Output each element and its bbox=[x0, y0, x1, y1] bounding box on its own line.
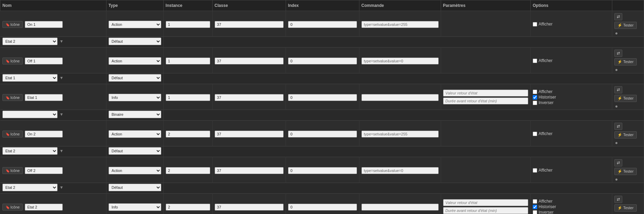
commande-input-row2[interactable] bbox=[361, 58, 439, 64]
sub-type-select-row5[interactable]: Défaut Binaire Numérique bbox=[109, 184, 161, 191]
index-input-row2[interactable] bbox=[288, 58, 357, 64]
inverser-check-row3[interactable] bbox=[533, 101, 537, 105]
commande-input-row1[interactable] bbox=[361, 21, 439, 28]
table-row-sub-row4: Etat 2 ▼ Défaut Binaire Numérique bbox=[0, 146, 644, 157]
nom-cell-row1: Icône bbox=[0, 11, 106, 37]
sub-name-select-row1[interactable]: Etat 2 bbox=[2, 38, 58, 45]
col-nom: Nom bbox=[0, 0, 106, 11]
share-button-row4[interactable]: ⇄ bbox=[614, 123, 622, 130]
name-input-row5[interactable] bbox=[25, 167, 63, 174]
inverser-label-row6: Inverser bbox=[539, 210, 553, 214]
commande-input-row4[interactable] bbox=[361, 131, 439, 137]
instance-input-row5[interactable] bbox=[166, 167, 210, 174]
tester-button-row5[interactable]: ⚡ Tester bbox=[614, 168, 637, 175]
index-input-row4[interactable] bbox=[288, 131, 357, 137]
sub-name-select-row3[interactable] bbox=[2, 111, 58, 118]
name-input-row4[interactable] bbox=[25, 131, 63, 137]
index-input-row3[interactable] bbox=[288, 94, 357, 101]
name-input-row3[interactable] bbox=[25, 94, 63, 101]
historiser-check-row3[interactable] bbox=[533, 95, 537, 100]
share-button-row6[interactable]: ⇄ bbox=[614, 196, 622, 203]
index-input-row1[interactable] bbox=[288, 21, 357, 28]
index-input-row5[interactable] bbox=[288, 167, 357, 174]
type-cell-row4: Action Info Défaut bbox=[106, 121, 163, 146]
more-button-row4[interactable]: ● bbox=[614, 140, 619, 145]
afficher-check-row4[interactable] bbox=[533, 132, 537, 136]
sub-name-select-row2[interactable]: Etat 1 bbox=[2, 74, 58, 82]
commande-input-row6[interactable] bbox=[361, 204, 439, 211]
name-input-row1[interactable] bbox=[25, 21, 63, 28]
tester-button-row1[interactable]: ⚡ Tester bbox=[614, 22, 637, 29]
param-input-row3-1[interactable] bbox=[443, 98, 528, 104]
instance-input-row4[interactable] bbox=[166, 131, 210, 137]
commande-cell-row2 bbox=[359, 48, 441, 73]
table-row-sub-row3: ▼ Défaut Binaire Numérique bbox=[0, 110, 644, 121]
param-input-row3-0[interactable] bbox=[443, 90, 528, 96]
tester-button-row2[interactable]: ⚡ Tester bbox=[614, 58, 637, 65]
commande-input-row5[interactable] bbox=[361, 167, 439, 174]
icone-button-row2[interactable]: Icône bbox=[2, 58, 23, 64]
nom-cell-row3: Icône bbox=[0, 84, 106, 110]
afficher-check-row5[interactable] bbox=[533, 168, 537, 173]
param-input-row6-1[interactable] bbox=[443, 207, 528, 214]
afficher-check-row1[interactable] bbox=[533, 22, 537, 27]
extra-cell-row5: ⇄ ⚡ Tester ● bbox=[612, 157, 644, 183]
share-button-row5[interactable]: ⇄ bbox=[614, 159, 622, 166]
icone-button-row4[interactable]: Icône bbox=[2, 131, 23, 137]
icone-button-row6[interactable]: Icône bbox=[2, 204, 23, 211]
instance-input-row6[interactable] bbox=[166, 204, 210, 211]
more-button-row5[interactable]: ● bbox=[614, 176, 619, 182]
instance-input-row3[interactable] bbox=[166, 94, 210, 101]
type-select-row4[interactable]: Action Info Défaut bbox=[109, 130, 161, 138]
instance-cell-row4 bbox=[163, 121, 212, 146]
commande-cell-row3 bbox=[359, 84, 441, 110]
params-cell-row6 bbox=[441, 194, 530, 214]
classe-input-row4[interactable] bbox=[215, 131, 284, 137]
name-input-row2[interactable] bbox=[25, 58, 63, 64]
sub-type-select-row2[interactable]: Défaut Binaire Numérique bbox=[109, 74, 161, 82]
sub-type-cell-row3: Défaut Binaire Numérique bbox=[106, 110, 163, 121]
type-cell-row3: Action Info Défaut bbox=[106, 84, 163, 110]
index-cell-row3 bbox=[286, 84, 359, 110]
share-button-row2[interactable]: ⇄ bbox=[614, 50, 622, 57]
type-select-row1[interactable]: Action Info Défaut bbox=[109, 21, 161, 28]
commande-input-row3[interactable] bbox=[361, 94, 439, 101]
type-select-row6[interactable]: Action Info Défaut bbox=[109, 203, 161, 211]
icone-button-row1[interactable]: Icône bbox=[2, 21, 23, 28]
sub-type-select-row4[interactable]: Défaut Binaire Numérique bbox=[109, 147, 161, 155]
options-cell-row2: Afficher bbox=[531, 48, 612, 73]
afficher-check-row3[interactable] bbox=[533, 90, 537, 94]
type-select-row2[interactable]: Action Info Défaut bbox=[109, 57, 161, 65]
more-button-row1[interactable]: ● bbox=[614, 30, 619, 36]
sub-type-select-row3[interactable]: Défaut Binaire Numérique bbox=[109, 111, 161, 118]
classe-input-row6[interactable] bbox=[215, 204, 284, 211]
tester-button-row6[interactable]: ⚡ Tester bbox=[614, 204, 637, 212]
inverser-check-row6[interactable] bbox=[533, 210, 537, 214]
index-cell-row5 bbox=[286, 157, 359, 183]
name-input-row6[interactable] bbox=[25, 204, 63, 211]
classe-input-row1[interactable] bbox=[215, 21, 284, 28]
sub-type-select-row1[interactable]: Défaut Binaire Numérique bbox=[109, 38, 161, 45]
more-button-row2[interactable]: ● bbox=[614, 67, 619, 72]
icone-button-row5[interactable]: Icône bbox=[2, 167, 23, 174]
classe-input-row3[interactable] bbox=[215, 94, 284, 101]
afficher-check-row6[interactable] bbox=[533, 199, 537, 204]
tester-button-row3[interactable]: ⚡ Tester bbox=[614, 95, 637, 102]
classe-input-row5[interactable] bbox=[215, 167, 284, 174]
historiser-check-row6[interactable] bbox=[533, 205, 537, 209]
type-select-row3[interactable]: Action Info Défaut bbox=[109, 94, 161, 101]
share-button-row1[interactable]: ⇄ bbox=[614, 13, 622, 20]
index-input-row6[interactable] bbox=[288, 204, 357, 211]
more-button-row3[interactable]: ● bbox=[614, 103, 619, 109]
instance-input-row1[interactable] bbox=[166, 21, 210, 28]
param-input-row6-0[interactable] bbox=[443, 199, 528, 206]
tester-button-row4[interactable]: ⚡ Tester bbox=[614, 131, 637, 139]
sub-name-select-row4[interactable]: Etat 2 bbox=[2, 147, 58, 155]
share-button-row3[interactable]: ⇄ bbox=[614, 86, 622, 93]
sub-name-select-row5[interactable]: Etat 2 bbox=[2, 184, 58, 191]
icone-button-row3[interactable]: Icône bbox=[2, 94, 23, 101]
instance-input-row2[interactable] bbox=[166, 58, 210, 64]
type-select-row5[interactable]: Action Info Défaut bbox=[109, 167, 161, 174]
afficher-check-row2[interactable] bbox=[533, 59, 537, 63]
classe-input-row2[interactable] bbox=[215, 58, 284, 64]
